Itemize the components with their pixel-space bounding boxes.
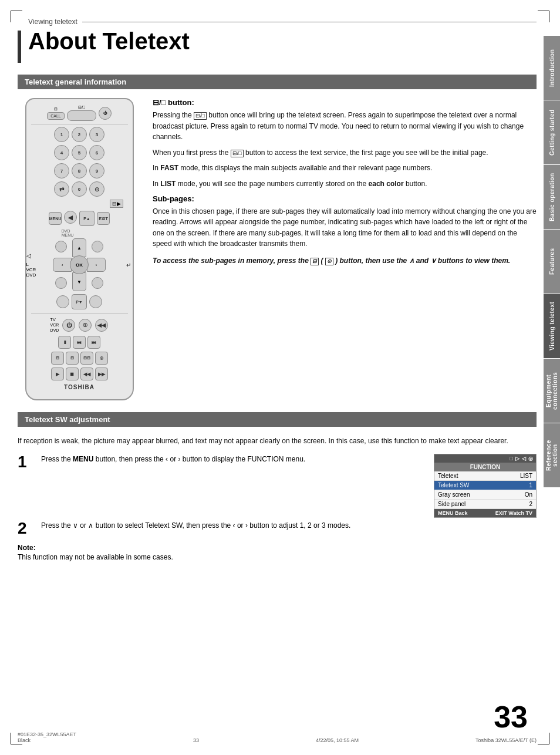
remote-btn-8[interactable]: 8 xyxy=(72,163,87,178)
remote-row-top: ⊟ CALL ⊟/□ ⏻ xyxy=(31,105,128,121)
footer-left: #01E32-35_32WL55AET Black xyxy=(18,732,76,743)
remote-vol-arrow[interactable]: ◁ xyxy=(26,252,36,259)
remote-teletext-btn[interactable] xyxy=(67,110,96,121)
remote-row-789: 7 8 9 xyxy=(31,163,128,178)
sw-steps: 1 Press the MENU button, then press the … xyxy=(18,454,537,518)
step-1-number: 1 xyxy=(18,454,35,470)
sidebar-tabs: Introduction Getting started Basic opera… xyxy=(544,35,560,487)
remote-mute-btn[interactable]: ◀◀ xyxy=(95,319,108,332)
remote-control: ⊟ CALL ⊟/□ ⏻ 1 2 3 xyxy=(25,98,134,400)
func-menu-footer: MENU Back EXIT Watch TV xyxy=(434,509,536,517)
remote-dpad-area: ▲ ▼ ‹ › OK ◁ LVCR xyxy=(31,238,128,291)
remote-dpad: ▲ ▼ ‹ › OK xyxy=(53,238,106,291)
footer-color: Black xyxy=(18,737,76,743)
footer-code: #01E32-35_32WL55AET xyxy=(18,732,76,737)
button-para-2: When you first press the ⊟/□ button to a… xyxy=(153,147,537,159)
remote-row-456: 4 5 6 xyxy=(31,145,128,160)
remote-src-btn[interactable]: ① xyxy=(79,319,92,332)
remote-source-row: TV VCR DVD ⏻ ① ◀◀ xyxy=(31,317,128,333)
button-para-3: In FAST mode, this displays the main sub… xyxy=(153,163,537,174)
remote-right-vol[interactable]: ↵ xyxy=(126,262,131,268)
remote-icon-row: ⊟▶ xyxy=(31,200,128,208)
remote-dpad-up[interactable]: ▲ xyxy=(72,238,86,257)
remote-prev-btn[interactable]: ◀ xyxy=(64,211,77,224)
remote-next-track[interactable]: ⏭ xyxy=(87,336,100,349)
button-para-4: In LIST mode, you will see the page numb… xyxy=(153,178,537,190)
remote-power-btn[interactable]: ⏻ xyxy=(99,107,112,120)
sw-intro: If reception is weak, the picture may ap… xyxy=(18,436,537,447)
remote-btn-6[interactable]: 6 xyxy=(89,145,104,160)
sidebar-tab-basic-operation[interactable]: Basic operation xyxy=(544,164,560,229)
remote-dpad-right[interactable]: › xyxy=(87,258,106,272)
corner-mark-br xyxy=(538,733,549,744)
page-title-bar: About Teletext xyxy=(18,28,537,63)
note-section: Note: This function may not be available… xyxy=(18,544,537,562)
remote-column: ⊟ CALL ⊟/□ ⏻ 1 2 3 xyxy=(18,98,141,400)
sw-steps-text: 1 Press the MENU button, then press the … xyxy=(18,454,422,518)
remote-dpad-ok[interactable]: OK xyxy=(70,255,89,274)
remote-tt2-btn[interactable]: ⊟ xyxy=(66,352,79,365)
remote-menu-btn[interactable]: MENU xyxy=(49,212,62,225)
func-menu-row-telextsw: Teletext SW1 xyxy=(434,481,536,490)
button-section-heading: ⊟/□ button: xyxy=(153,98,537,107)
remote-tt1-btn[interactable]: ⊟ xyxy=(51,352,64,365)
step-1-block: 1 Press the MENU button, then press the … xyxy=(18,454,422,470)
sidebar-tab-reference-section[interactable]: Reference section xyxy=(544,423,560,487)
sidebar-tab-features[interactable]: Features xyxy=(544,229,560,294)
page-title: About Teletext xyxy=(28,28,190,54)
step-2-number: 2 xyxy=(18,520,35,537)
remote-call-btn[interactable]: CALL xyxy=(47,112,65,120)
remote-tv-label: TV xyxy=(50,317,56,322)
remote-btn-info[interactable]: ⊙ xyxy=(89,181,104,197)
remote-btn-3[interactable]: 3 xyxy=(89,127,104,142)
remote-rew-btn[interactable]: ◀◀ xyxy=(80,368,93,380)
sidebar-tab-equipment-connections[interactable]: Equipment connections xyxy=(544,358,560,423)
remote-tt3-btn[interactable]: ⊟⊟ xyxy=(80,352,93,365)
step-2-block: 2 Press the ∨ or ∧ button to select Tele… xyxy=(18,520,537,537)
remote-btn-0[interactable]: 0 xyxy=(72,181,87,197)
remote-btn-9[interactable]: 9 xyxy=(89,163,104,178)
remote-play-btn[interactable]: ▶ xyxy=(51,368,64,380)
remote-pagedown-btn[interactable]: P ▼ xyxy=(72,294,87,309)
remote-btn-5[interactable]: 5 xyxy=(72,145,87,160)
page-footer: #01E32-35_32WL55AET Black 33 4/22/05, 10… xyxy=(18,732,537,743)
sw-section-header: Teletext SW adjustment xyxy=(18,412,537,427)
remote-btn-7[interactable]: 7 xyxy=(54,163,69,178)
title-accent-bar xyxy=(18,31,21,63)
subpages-para-1: Once in this chosen page, if there are s… xyxy=(153,206,537,250)
remote-stop-btn[interactable]: ⏹ xyxy=(66,368,79,380)
remote-page-btn[interactable]: P ▲ xyxy=(79,211,95,226)
remote-power2-btn[interactable]: ⏻ xyxy=(62,319,75,332)
sidebar-tab-viewing-teletext[interactable]: Viewing teletext xyxy=(544,294,560,358)
remote-exit-btn[interactable]: EXIT xyxy=(97,212,110,225)
remote-ff-btn[interactable]: ▶▶ xyxy=(95,368,108,380)
remote-btn-1[interactable]: 1 xyxy=(54,127,69,142)
teletext-general-content: ⊟ CALL ⊟/□ ⏻ 1 2 3 xyxy=(18,98,537,400)
remote-circ-right[interactable] xyxy=(89,295,102,308)
func-menu-title: FUNCTION xyxy=(434,463,536,471)
func-menu-icons: □▷◁◎ xyxy=(510,456,533,461)
remote-dpad-left[interactable]: ‹ xyxy=(53,258,72,272)
remote-btn-2[interactable]: 2 xyxy=(72,127,87,142)
remote-teletext-icon: ⊟▶ xyxy=(110,200,123,208)
remote-right-arrow: ↵ xyxy=(126,262,131,268)
step-1-text: Press the MENU button, then press the ‹ … xyxy=(41,454,422,465)
sidebar-tab-introduction[interactable]: Introduction xyxy=(544,35,560,100)
footer-date: 4/22/05, 10:55 AM xyxy=(316,737,359,743)
sidebar-tab-getting-started[interactable]: Getting started xyxy=(544,100,560,164)
remote-dvd-label: DVD xyxy=(50,328,59,333)
subpages-note: To access the sub-pages in memory, press… xyxy=(153,255,537,266)
remote-btn-swap[interactable]: ⇄ xyxy=(54,181,69,197)
remote-dvdmenu-label: DVDMENU xyxy=(31,229,128,237)
remote-circ-left[interactable] xyxy=(56,295,69,308)
remote-prev-track[interactable]: ⏮ xyxy=(73,336,86,349)
page-number-large: 33 xyxy=(494,699,528,734)
func-menu-row-sidepanel: Side panel2 xyxy=(434,500,536,509)
remote-ch-arrow[interactable]: LVCRDVD xyxy=(26,262,36,278)
remote-playback-row3: ▶ ⏹ ◀◀ ▶▶ xyxy=(31,368,128,380)
remote-pause-btn[interactable]: ⏸ xyxy=(58,336,71,349)
remote-dvd-btn[interactable]: ◎ xyxy=(95,352,108,365)
sw-section: Teletext SW adjustment If reception is w… xyxy=(18,412,537,562)
remote-btn-4[interactable]: 4 xyxy=(54,145,69,160)
remote-dpad-down[interactable]: ▼ xyxy=(72,272,86,291)
